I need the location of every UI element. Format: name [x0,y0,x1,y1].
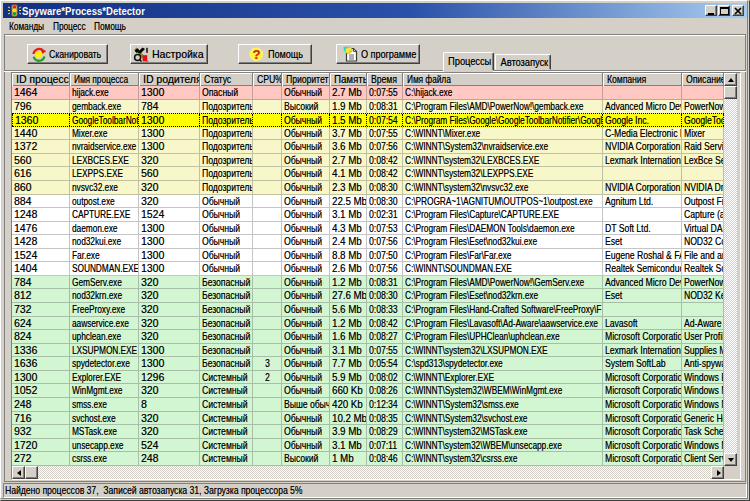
svg-text:?: ? [252,47,260,62]
